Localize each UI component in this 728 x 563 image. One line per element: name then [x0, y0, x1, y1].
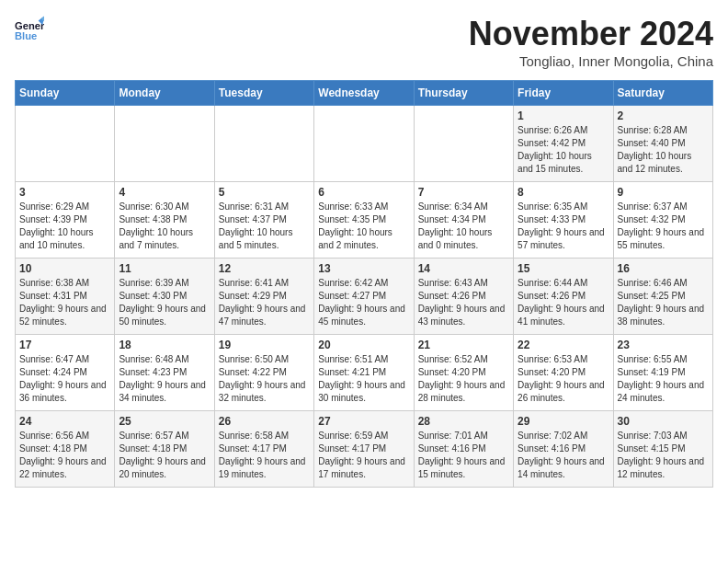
day-number: 19 — [219, 339, 310, 351]
calendar-cell: 24Sunrise: 6:56 AMSunset: 4:18 PMDayligh… — [16, 411, 115, 488]
day-info: Sunrise: 6:52 AMSunset: 4:20 PMDaylight:… — [418, 353, 509, 405]
page-header: General Blue November 2024 Tongliao, Inn… — [15, 15, 713, 69]
day-info: Sunrise: 6:31 AMSunset: 4:37 PMDaylight:… — [219, 201, 310, 252]
day-info: Sunrise: 6:57 AMSunset: 4:18 PMDaylight:… — [119, 430, 210, 481]
day-info: Sunrise: 6:44 AMSunset: 4:26 PMDaylight:… — [518, 277, 609, 328]
day-info: Sunrise: 6:37 AMSunset: 4:32 PMDaylight:… — [618, 201, 709, 252]
day-info: Sunrise: 6:26 AMSunset: 4:42 PMDaylight:… — [518, 124, 609, 176]
calendar-cell: 6Sunrise: 6:33 AMSunset: 4:35 PMDaylight… — [314, 182, 414, 259]
day-number: 25 — [119, 415, 210, 428]
day-number: 8 — [518, 186, 609, 199]
calendar-header: Sunday Monday Tuesday Wednesday Thursday… — [16, 81, 713, 106]
day-info: Sunrise: 7:02 AMSunset: 4:16 PMDaylight:… — [518, 430, 609, 481]
calendar-cell: 20Sunrise: 6:51 AMSunset: 4:21 PMDayligh… — [314, 335, 414, 411]
day-number: 24 — [19, 415, 110, 428]
calendar-cell: 17Sunrise: 6:47 AMSunset: 4:24 PMDayligh… — [16, 335, 115, 411]
day-info: Sunrise: 6:55 AMSunset: 4:19 PMDaylight:… — [618, 353, 709, 405]
day-number: 21 — [418, 339, 509, 351]
calendar-cell — [115, 106, 214, 182]
calendar-cell: 9Sunrise: 6:37 AMSunset: 4:32 PMDaylight… — [613, 182, 712, 259]
day-info: Sunrise: 6:41 AMSunset: 4:29 PMDaylight:… — [219, 277, 310, 328]
day-number: 14 — [418, 262, 509, 275]
header-row: Sunday Monday Tuesday Wednesday Thursday… — [16, 81, 713, 106]
calendar-cell — [414, 106, 513, 182]
calendar-cell: 28Sunrise: 7:01 AMSunset: 4:16 PMDayligh… — [414, 411, 513, 488]
logo: General Blue — [15, 15, 44, 44]
day-number: 12 — [219, 262, 310, 275]
calendar-body: 1Sunrise: 6:26 AMSunset: 4:42 PMDaylight… — [16, 106, 713, 488]
calendar-cell: 14Sunrise: 6:43 AMSunset: 4:26 PMDayligh… — [414, 259, 513, 335]
day-number: 20 — [318, 339, 409, 351]
calendar-cell: 18Sunrise: 6:48 AMSunset: 4:23 PMDayligh… — [115, 335, 214, 411]
week-row-2: 3Sunrise: 6:29 AMSunset: 4:39 PMDaylight… — [16, 182, 713, 259]
day-number: 18 — [119, 339, 210, 351]
calendar-cell: 26Sunrise: 6:58 AMSunset: 4:17 PMDayligh… — [214, 411, 313, 488]
day-number: 7 — [418, 186, 509, 199]
day-number: 11 — [119, 262, 210, 275]
day-number: 17 — [19, 339, 110, 351]
location: Tongliao, Inner Mongolia, China — [469, 53, 713, 69]
day-info: Sunrise: 6:48 AMSunset: 4:23 PMDaylight:… — [119, 353, 210, 405]
day-number: 16 — [618, 262, 709, 275]
calendar-cell: 8Sunrise: 6:35 AMSunset: 4:33 PMDaylight… — [514, 182, 613, 259]
day-number: 3 — [19, 186, 110, 199]
day-number: 9 — [618, 186, 709, 199]
day-info: Sunrise: 6:35 AMSunset: 4:33 PMDaylight:… — [518, 201, 609, 252]
day-number: 5 — [219, 186, 310, 199]
day-info: Sunrise: 6:39 AMSunset: 4:30 PMDaylight:… — [119, 277, 210, 328]
week-row-3: 10Sunrise: 6:38 AMSunset: 4:31 PMDayligh… — [16, 259, 713, 335]
col-wednesday: Wednesday — [314, 81, 414, 106]
calendar-cell — [16, 106, 115, 182]
day-info: Sunrise: 7:03 AMSunset: 4:15 PMDaylight:… — [618, 430, 709, 481]
calendar-cell — [214, 106, 313, 182]
month-title: November 2024 — [469, 15, 713, 53]
col-sunday: Sunday — [16, 81, 115, 106]
calendar-cell: 10Sunrise: 6:38 AMSunset: 4:31 PMDayligh… — [16, 259, 115, 335]
day-info: Sunrise: 6:46 AMSunset: 4:25 PMDaylight:… — [618, 277, 709, 328]
day-number: 1 — [518, 109, 609, 122]
calendar-cell: 7Sunrise: 6:34 AMSunset: 4:34 PMDaylight… — [414, 182, 513, 259]
day-info: Sunrise: 6:58 AMSunset: 4:17 PMDaylight:… — [219, 430, 310, 481]
day-info: Sunrise: 6:56 AMSunset: 4:18 PMDaylight:… — [19, 430, 110, 481]
calendar-cell — [314, 106, 414, 182]
day-info: Sunrise: 6:28 AMSunset: 4:40 PMDaylight:… — [618, 124, 709, 176]
title-area: November 2024 Tongliao, Inner Mongolia, … — [469, 15, 713, 69]
calendar-cell: 16Sunrise: 6:46 AMSunset: 4:25 PMDayligh… — [613, 259, 712, 335]
col-friday: Friday — [514, 81, 613, 106]
calendar-cell: 30Sunrise: 7:03 AMSunset: 4:15 PMDayligh… — [613, 411, 712, 488]
day-number: 15 — [518, 262, 609, 275]
day-number: 4 — [119, 186, 210, 199]
day-number: 23 — [618, 339, 709, 351]
day-number: 6 — [318, 186, 409, 199]
day-info: Sunrise: 6:43 AMSunset: 4:26 PMDaylight:… — [418, 277, 509, 328]
day-info: Sunrise: 6:50 AMSunset: 4:22 PMDaylight:… — [219, 353, 310, 405]
week-row-5: 24Sunrise: 6:56 AMSunset: 4:18 PMDayligh… — [16, 411, 713, 488]
calendar-cell: 27Sunrise: 6:59 AMSunset: 4:17 PMDayligh… — [314, 411, 414, 488]
calendar-cell: 3Sunrise: 6:29 AMSunset: 4:39 PMDaylight… — [16, 182, 115, 259]
calendar-cell: 13Sunrise: 6:42 AMSunset: 4:27 PMDayligh… — [314, 259, 414, 335]
day-number: 22 — [518, 339, 609, 351]
week-row-1: 1Sunrise: 6:26 AMSunset: 4:42 PMDaylight… — [16, 106, 713, 182]
day-info: Sunrise: 6:30 AMSunset: 4:38 PMDaylight:… — [119, 201, 210, 252]
calendar-cell: 4Sunrise: 6:30 AMSunset: 4:38 PMDaylight… — [115, 182, 214, 259]
calendar-cell: 21Sunrise: 6:52 AMSunset: 4:20 PMDayligh… — [414, 335, 513, 411]
calendar-cell: 23Sunrise: 6:55 AMSunset: 4:19 PMDayligh… — [613, 335, 712, 411]
calendar-cell: 11Sunrise: 6:39 AMSunset: 4:30 PMDayligh… — [115, 259, 214, 335]
calendar-table: Sunday Monday Tuesday Wednesday Thursday… — [15, 80, 713, 488]
day-info: Sunrise: 6:47 AMSunset: 4:24 PMDaylight:… — [19, 353, 110, 405]
day-number: 26 — [219, 415, 310, 428]
day-info: Sunrise: 6:59 AMSunset: 4:17 PMDaylight:… — [318, 430, 409, 481]
calendar-cell: 15Sunrise: 6:44 AMSunset: 4:26 PMDayligh… — [514, 259, 613, 335]
calendar-cell: 2Sunrise: 6:28 AMSunset: 4:40 PMDaylight… — [613, 106, 712, 182]
day-number: 2 — [618, 109, 709, 122]
day-number: 30 — [618, 415, 709, 428]
day-info: Sunrise: 6:53 AMSunset: 4:20 PMDaylight:… — [518, 353, 609, 405]
calendar-cell: 12Sunrise: 6:41 AMSunset: 4:29 PMDayligh… — [214, 259, 313, 335]
day-info: Sunrise: 6:29 AMSunset: 4:39 PMDaylight:… — [19, 201, 110, 252]
col-saturday: Saturday — [613, 81, 712, 106]
week-row-4: 17Sunrise: 6:47 AMSunset: 4:24 PMDayligh… — [16, 335, 713, 411]
day-number: 27 — [318, 415, 409, 428]
day-number: 13 — [318, 262, 409, 275]
day-info: Sunrise: 6:38 AMSunset: 4:31 PMDaylight:… — [19, 277, 110, 328]
calendar-cell: 22Sunrise: 6:53 AMSunset: 4:20 PMDayligh… — [514, 335, 613, 411]
